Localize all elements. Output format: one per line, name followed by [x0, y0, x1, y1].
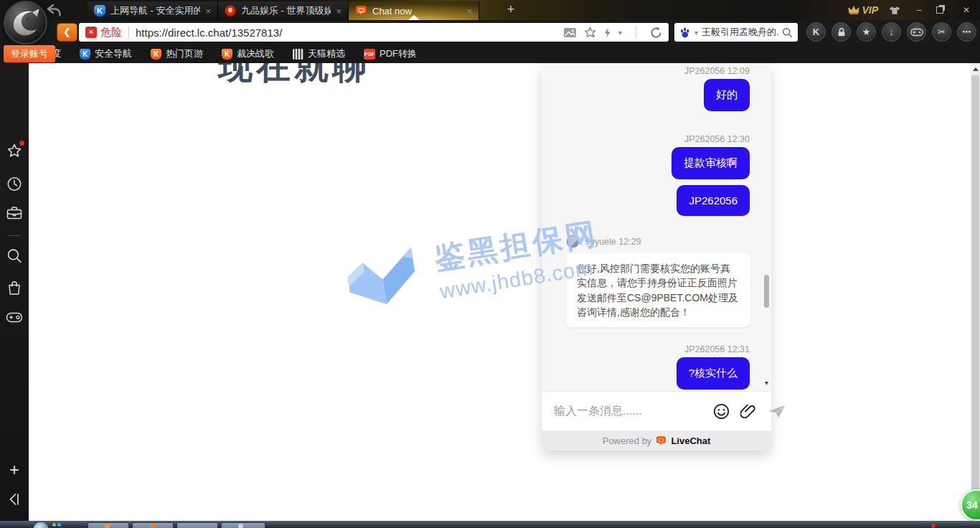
taskbar-app-button[interactable]: [176, 522, 218, 528]
gamepad-icon[interactable]: [6, 312, 23, 323]
visitor-bubble: 好的: [704, 79, 750, 111]
livechat-brand[interactable]: LiveChat: [671, 435, 710, 446]
bookmark-tmall[interactable]: 天猫精选: [293, 47, 345, 60]
chat-input-bar: [542, 391, 771, 430]
red-emblem-favicon: [225, 5, 236, 16]
sidebar-divider: [9, 235, 20, 236]
danger-x-icon: ✕: [85, 27, 97, 38]
tab-close-icon[interactable]: ×: [466, 6, 472, 16]
bookmark-add-star-icon[interactable]: [584, 27, 596, 38]
k-shield-favicon: K: [94, 5, 105, 16]
agent-meta: 9pyuele 12:29: [585, 237, 641, 247]
notification-red-dot: [19, 141, 24, 146]
lock-button[interactable]: [831, 22, 851, 42]
search-engine-caret-icon[interactable]: ▾: [694, 29, 698, 37]
taskbar-app-button[interactable]: [221, 522, 265, 528]
bookmark-judgement-song[interactable]: K 裁决战歌: [222, 47, 274, 60]
scrollbar-up-arrow-icon[interactable]: [973, 67, 979, 71]
k-orange-icon: K: [222, 49, 232, 60]
visitor-bubble: 提款审核啊: [672, 147, 750, 179]
titlebar: K 上网导航 - 安全实用的 × 九品娱乐 - 世界顶级娱 × Chat now…: [0, 0, 980, 20]
mailbox-briefcase-icon[interactable]: [6, 206, 22, 220]
back-button[interactable]: ❮: [57, 24, 77, 41]
crown-icon: [848, 6, 859, 15]
addressbar: ❮ ✕ 危险 https://direct.lc.chat/13527813/ …: [0, 20, 980, 44]
history-back-icon[interactable]: [46, 4, 62, 16]
more-menu-button[interactable]: ⋯: [957, 22, 976, 42]
message-meta: JP262056 12:31: [566, 344, 750, 354]
vip-button[interactable]: VIP: [848, 4, 878, 16]
bookmarks-bar: 度 K 安全导航 K 热门页游 K 裁决战歌 天猫精选 PDF PDF转换: [0, 44, 980, 63]
toolbar-buttons: K ★ ↓ ✂ ⋯: [806, 22, 976, 42]
skin-theme-icon[interactable]: [889, 6, 902, 15]
security-danger-badge[interactable]: ✕ 危险: [85, 26, 122, 39]
download-button[interactable]: ↓: [882, 22, 901, 42]
games-button[interactable]: [907, 22, 926, 42]
search-box[interactable]: ▾ 王毅引用孟晚舟的...: [674, 23, 798, 42]
powered-by-label: Powered by: [603, 435, 652, 446]
tab-title: 九品娱乐 - 世界顶级娱: [241, 4, 331, 17]
close-button[interactable]: ✕: [960, 5, 973, 15]
chat-messages[interactable]: JP262056 12:09 好的 JP262056 12:30 提款审核啊 J…: [542, 63, 771, 391]
new-tab-button[interactable]: +: [502, 2, 519, 18]
livechat-widget: JP262056 12:09 好的 JP262056 12:30 提款审核啊 J…: [542, 63, 771, 451]
notification-count-badge[interactable]: 34: [961, 489, 980, 521]
emoji-icon[interactable]: [713, 403, 730, 420]
sidebar-collapse-icon[interactable]: [8, 492, 21, 506]
tab-jiupin-entertainment[interactable]: 九品娱乐 - 世界顶级娱 ×: [218, 1, 349, 20]
agent-avatar: [566, 235, 580, 248]
url-text: https://direct.lc.chat/13527813/: [136, 27, 282, 39]
search-query[interactable]: 王毅引用孟晚舟的...: [702, 26, 778, 39]
tray-alert-icon: [931, 524, 936, 528]
restore-button[interactable]: [936, 6, 949, 14]
sidebar-add-icon[interactable]: +: [9, 460, 19, 480]
page-scrollbar[interactable]: [971, 63, 980, 521]
shopping-bag-icon[interactable]: [7, 280, 22, 296]
login-account-tooltip[interactable]: 登录账号: [4, 45, 55, 62]
chat-scrollbar-thumb[interactable]: [764, 275, 769, 308]
message-meta: JP262056 12:09: [566, 66, 750, 76]
tray-colored-icon: [52, 523, 61, 527]
lightning-icon[interactable]: [603, 27, 611, 38]
bookmark-hot-games[interactable]: K 热门页游: [151, 47, 203, 60]
baidu-icon: [679, 27, 691, 38]
snapshot-icon[interactable]: [563, 27, 577, 38]
tab-close-icon[interactable]: ×: [205, 6, 211, 16]
search-icon[interactable]: [782, 27, 793, 38]
k-blue-icon: K: [80, 49, 90, 60]
agent-message: 9pyuele 12:29 您好,风控部门需要核实您的账号真实信息，请您手持身份…: [566, 235, 750, 327]
bookmark-safe-nav[interactable]: K 安全导航: [80, 47, 132, 60]
scroll-down-caret-icon[interactable]: ▾: [765, 379, 768, 387]
send-icon[interactable]: [767, 404, 786, 419]
message-meta: JP262056 12:30: [566, 134, 750, 144]
refresh-icon[interactable]: [650, 27, 662, 39]
chat-footer: Powered by LiveChat: [542, 430, 771, 451]
browser-cheetah-logo[interactable]: [4, 1, 47, 44]
windows-taskbar[interactable]: [0, 521, 980, 528]
favorites-star-icon[interactable]: [7, 143, 22, 158]
message-input[interactable]: [554, 405, 702, 418]
history-clock-icon[interactable]: [7, 176, 22, 192]
tab-title: Chat now: [372, 6, 461, 16]
start-orb[interactable]: [33, 522, 49, 528]
minimize-button[interactable]: –: [913, 5, 925, 15]
scrollbar-thumb[interactable]: [971, 75, 979, 501]
favorites-star-button[interactable]: ★: [857, 22, 876, 42]
tab-navigation-site[interactable]: K 上网导航 - 安全实用的 ×: [88, 1, 218, 20]
tab-title: 上网导航 - 安全实用的: [110, 4, 200, 17]
k-home-button[interactable]: K: [806, 22, 826, 42]
sidebar-search-icon[interactable]: [7, 248, 22, 263]
webpage-content: 现在就聊 鉴黑担保网 www.jhdb8.com JP262056 12:09: [29, 63, 980, 521]
tab-chat-now-active[interactable]: Chat now ×: [349, 1, 479, 20]
browser-sidebar: +: [0, 63, 29, 521]
chevron-down-icon[interactable]: ▾: [618, 29, 622, 37]
livechat-logo-icon[interactable]: [656, 435, 666, 446]
bookmark-pdf-convert[interactable]: PDF PDF转换: [364, 47, 417, 60]
scissors-screenshot-button[interactable]: ✂: [932, 22, 951, 42]
tab-strip: K 上网导航 - 安全实用的 × 九品娱乐 - 世界顶级娱 × Chat now…: [88, 1, 479, 20]
browser-window: K 上网导航 - 安全实用的 × 九品娱乐 - 世界顶级娱 × Chat now…: [0, 0, 980, 528]
attachment-paperclip-icon[interactable]: [740, 403, 756, 420]
tab-close-icon[interactable]: ×: [336, 6, 341, 16]
visitor-bubble: JP262056: [677, 185, 750, 216]
url-field[interactable]: ✕ 危险 https://direct.lc.chat/13527813/ ▾: [79, 23, 669, 42]
